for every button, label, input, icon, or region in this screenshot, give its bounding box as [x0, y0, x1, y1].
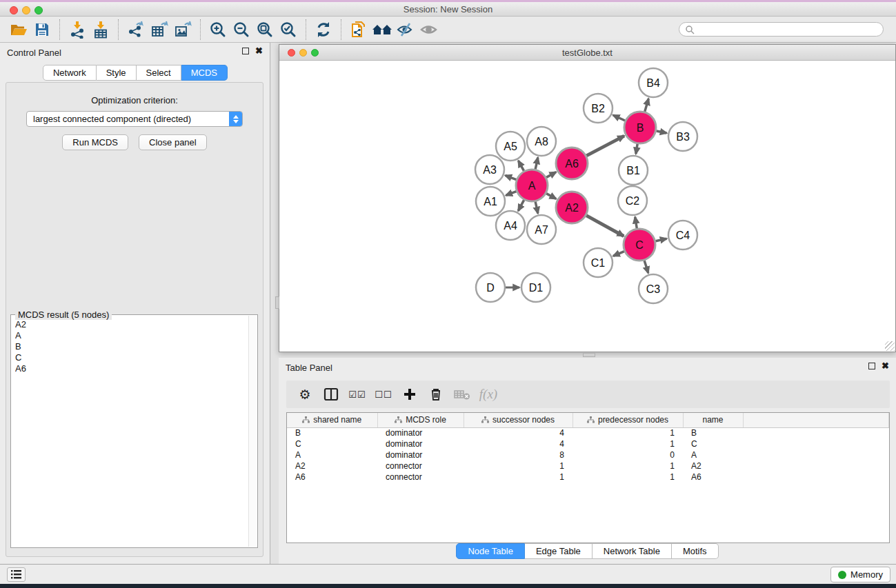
- edge-A-A1[interactable]: [506, 192, 516, 196]
- node-B3[interactable]: B3: [668, 122, 697, 151]
- network-canvas[interactable]: B4B2BB3A8A5A6A3B1AA1C2A2A4A7C4CC1C3DD1: [279, 61, 895, 352]
- tab-node-table[interactable]: Node Table: [456, 543, 525, 559]
- network-minimize-button[interactable]: [299, 49, 307, 57]
- edge-C-C4[interactable]: [655, 239, 666, 241]
- mcds-result-item[interactable]: A6: [15, 363, 248, 374]
- close-table-panel-icon[interactable]: ✖: [882, 363, 889, 369]
- column-header-shared-name[interactable]: shared name: [287, 413, 377, 427]
- import-network-icon[interactable]: [66, 19, 89, 41]
- delete-column-icon[interactable]: [424, 383, 448, 405]
- task-history-icon[interactable]: [7, 567, 26, 582]
- home-pair-icon[interactable]: [370, 19, 394, 41]
- column-header-name[interactable]: name: [683, 413, 743, 427]
- close-window-button[interactable]: [10, 6, 18, 14]
- tab-style[interactable]: Style: [97, 65, 137, 81]
- network-window-titlebar[interactable]: testGlobe.txt: [279, 45, 895, 61]
- show-graphics-details-icon[interactable]: [417, 19, 441, 41]
- zoom-selected-icon[interactable]: [277, 19, 300, 41]
- table-split-handle-icon[interactable]: [583, 353, 595, 357]
- edge-B-B3[interactable]: [656, 131, 666, 133]
- column-header-predecessor-nodes[interactable]: predecessor nodes: [573, 413, 683, 427]
- node-A8[interactable]: A8: [527, 127, 556, 156]
- add-column-icon[interactable]: [398, 383, 421, 405]
- tab-edge-table[interactable]: Edge Table: [525, 543, 593, 559]
- node-B[interactable]: B: [624, 112, 656, 143]
- table-row[interactable]: Cdominator41C: [287, 438, 889, 449]
- network-graph[interactable]: B4B2BB3A8A5A6A3B1AA1C2A2A4A7C4CC1C3DD1: [279, 61, 895, 352]
- node-C4[interactable]: C4: [668, 221, 697, 250]
- edge-A-A4[interactable]: [518, 200, 524, 211]
- node-C2[interactable]: C2: [618, 186, 647, 215]
- node-A1[interactable]: A1: [476, 187, 505, 216]
- node-A3[interactable]: A3: [475, 155, 504, 184]
- column-header-successor-nodes[interactable]: successor nodes: [464, 413, 573, 427]
- zoom-in-icon[interactable]: [206, 19, 230, 41]
- close-panel-icon[interactable]: ✖: [255, 48, 263, 54]
- float-panel-icon[interactable]: [242, 48, 249, 54]
- split-table-icon[interactable]: [319, 383, 343, 405]
- mcds-result-item[interactable]: C: [15, 352, 248, 363]
- node-A2[interactable]: A2: [556, 192, 588, 223]
- mcds-result-item[interactable]: A: [15, 330, 248, 341]
- table-row[interactable]: Bdominator41B: [287, 427, 889, 438]
- select-all-icon[interactable]: ☑☑: [346, 383, 369, 405]
- function-builder-icon[interactable]: f(x): [477, 383, 500, 405]
- edge-C-C3[interactable]: [644, 261, 648, 273]
- memory-button[interactable]: Memory: [830, 567, 890, 582]
- edge-A-A2[interactable]: [546, 194, 556, 199]
- import-table-icon[interactable]: [89, 19, 112, 41]
- node-B1[interactable]: B1: [619, 156, 648, 185]
- edge-B-B4[interactable]: [645, 99, 649, 112]
- edge-B-B1[interactable]: [636, 144, 637, 154]
- node-D[interactable]: D: [476, 273, 505, 302]
- node-C3[interactable]: C3: [639, 274, 668, 303]
- node-A6[interactable]: A6: [556, 148, 588, 179]
- column-header-MCDS-role[interactable]: MCDS role: [377, 413, 464, 427]
- export-image-icon[interactable]: [171, 19, 195, 41]
- hide-graphics-details-icon[interactable]: [394, 19, 417, 41]
- edge-A-A5[interactable]: [518, 161, 524, 171]
- node-A4[interactable]: A4: [496, 211, 525, 240]
- export-network-icon[interactable]: [124, 19, 148, 41]
- zoom-out-icon[interactable]: [230, 19, 253, 41]
- resize-grip[interactable]: [885, 341, 895, 351]
- table-row[interactable]: Adominator80A: [287, 449, 889, 460]
- node-A[interactable]: A: [516, 170, 548, 201]
- tab-select[interactable]: Select: [137, 65, 181, 81]
- table-settings-icon[interactable]: ⚙: [293, 383, 317, 405]
- tab-network-table[interactable]: Network Table: [593, 543, 672, 559]
- mcds-result-item[interactable]: A2: [15, 319, 248, 330]
- edge-A-A8[interactable]: [535, 157, 538, 169]
- search-input[interactable]: [695, 25, 877, 34]
- minimize-window-button[interactable]: [22, 6, 30, 14]
- zoom-fit-icon[interactable]: [253, 19, 277, 41]
- float-table-panel-icon[interactable]: [868, 363, 875, 369]
- export-table-icon[interactable]: [148, 19, 171, 41]
- edge-A-A6[interactable]: [546, 172, 556, 178]
- edge-A6-B[interactable]: [586, 136, 624, 156]
- refresh-layout-icon[interactable]: [312, 19, 335, 41]
- run-mcds-button[interactable]: Run MCDS: [62, 134, 128, 150]
- close-panel-button[interactable]: Close panel: [139, 134, 207, 150]
- edge-A2-C[interactable]: [586, 216, 624, 236]
- node-C1[interactable]: C1: [584, 248, 613, 277]
- network-close-button[interactable]: [288, 49, 295, 57]
- edge-A-A3[interactable]: [505, 175, 516, 179]
- panel-split-handle-icon[interactable]: [275, 296, 279, 309]
- deselect-all-icon[interactable]: ☐☐: [372, 383, 395, 405]
- node-D1[interactable]: D1: [521, 273, 550, 302]
- mcds-scrollbar[interactable]: [248, 316, 257, 547]
- mcds-result-list[interactable]: A2ABCA6: [15, 319, 248, 546]
- edge-B-B2[interactable]: [613, 115, 625, 121]
- zoom-window-button[interactable]: [34, 6, 43, 14]
- node-A7[interactable]: A7: [527, 215, 556, 244]
- network-zoom-button[interactable]: [311, 49, 319, 57]
- table-header-row[interactable]: shared nameMCDS rolesuccessor nodesprede…: [287, 413, 889, 427]
- edge-C-C2[interactable]: [635, 217, 637, 229]
- edge-A-A7[interactable]: [535, 201, 538, 213]
- open-session-icon[interactable]: [7, 19, 30, 41]
- mcds-result-item[interactable]: B: [15, 341, 248, 352]
- node-A5[interactable]: A5: [496, 132, 525, 161]
- tab-mcds[interactable]: MCDS: [181, 65, 228, 81]
- node-B4[interactable]: B4: [639, 68, 668, 97]
